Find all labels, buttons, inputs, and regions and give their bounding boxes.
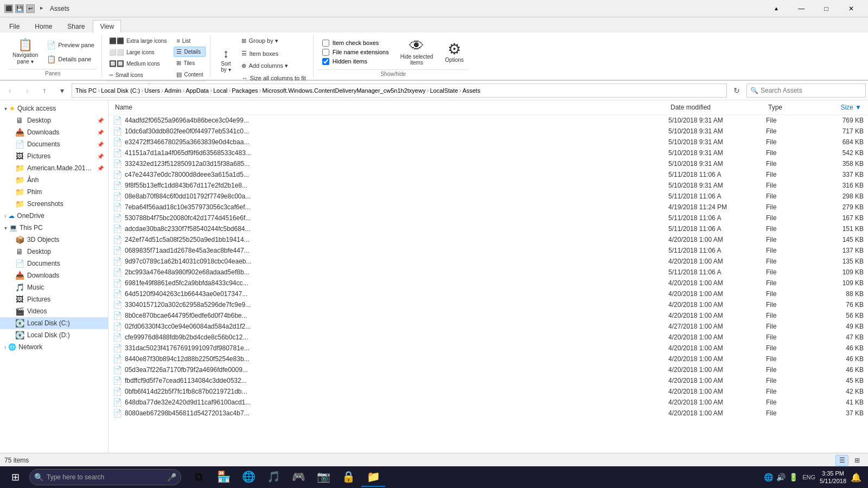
table-row[interactable]: 📄 adcdae30ba8c2330f7f58540244fc5bd684...… <box>108 223 868 234</box>
sort-by-btn[interactable]: ↕ Sortby ▾ <box>215 44 237 75</box>
network-header[interactable]: › 🌐 Network <box>0 341 108 353</box>
large-icons-toggle[interactable]: ⊞ <box>851 455 864 466</box>
table-row[interactable]: 📄 10dc6af30ddb802fee0f0f44977eb5341c0...… <box>108 126 868 137</box>
table-row[interactable]: 📄 fbdffcf9d5f7e7cead61134084c3dde0532...… <box>108 375 868 386</box>
sidebar-item-screenshots[interactable]: 📁 Screenshots <box>0 198 108 210</box>
medium-icons-btn[interactable]: 🔲🔲 Medium icons <box>106 59 169 69</box>
col-size-header[interactable]: Size ▼ <box>809 102 864 112</box>
tiles-btn[interactable]: ⊞ Tiles <box>174 58 206 68</box>
table-row[interactable]: 📄 41151a7d1a1a4f065df9f6d63568533c483...… <box>108 147 868 158</box>
table-row[interactable]: 📄 05d3ea7f226a7170fb79f2a4696fdfe0009...… <box>108 364 868 375</box>
file-name-ext-input[interactable] <box>322 49 329 56</box>
group-by-btn[interactable]: ⊞ Group by ▾ <box>239 36 308 46</box>
col-type-header[interactable]: Type <box>766 102 809 112</box>
size-columns-btn[interactable]: ↔ Size all columns to fit <box>239 73 308 83</box>
address-bar[interactable]: This PC › Local Disk (C:) › Users › Admi… <box>72 84 727 98</box>
refresh-btn[interactable]: ↻ <box>729 83 744 98</box>
preview-pane-btn[interactable]: 📄 Preview pane <box>44 39 97 51</box>
table-row[interactable]: 📄 08e8ab70f884c6f0dd101792f7749e8c00a...… <box>108 191 868 202</box>
address-ms[interactable]: Microsoft.Windows.ContentDeliveryManager… <box>263 87 426 94</box>
table-row[interactable]: 📄 6981fe49f8861ed5fc2a9bbfda8433c94cc...… <box>108 278 868 288</box>
table-row[interactable]: 📄 8440e87f30b894c12d88b2250f5254e83b... … <box>108 354 868 364</box>
table-row[interactable]: 📄 9f8f55b13effc1dd843b67d117e2fd2b1e8...… <box>108 180 868 191</box>
titlebar-icon-3[interactable]: ↩ <box>26 4 35 13</box>
titlebar-icon-2[interactable]: 💾 <box>15 4 24 13</box>
table-row[interactable]: 📄 44adfd2f06525a9696a4b86bece3c04e99... … <box>108 115 868 126</box>
address-packages[interactable]: Packages <box>232 87 258 94</box>
sidebar-item-local-d[interactable]: 💽 Local Disk (D:) <box>0 329 108 341</box>
taskbar-battery-icon[interactable]: 🔋 <box>789 473 798 481</box>
table-row[interactable]: 📄 0bfb6f414d22b5f7fc1fb8c87b0219721db...… <box>108 386 868 397</box>
taskbar-app-store[interactable]: 🏪 <box>212 467 235 487</box>
hidden-items-label[interactable]: Hidden items <box>322 58 389 65</box>
titlebar-icon-1[interactable]: ⬛ <box>4 4 13 13</box>
address-appdata[interactable]: AppData <box>186 87 209 94</box>
table-row[interactable]: 📄 0689835f71aad1d2678e45a3eac8bfe447... … <box>108 245 868 256</box>
item-boxes-btn[interactable]: ☰ Item boxes <box>239 48 308 59</box>
address-users[interactable]: Users <box>144 87 160 94</box>
tab-home[interactable]: Home <box>28 20 59 33</box>
start-btn[interactable]: ⊞ <box>2 467 28 487</box>
table-row[interactable]: 📄 02fd06330f43cc0e94e06084ad584a2d1f2...… <box>108 321 868 332</box>
ribbon-expand-btn[interactable]: ▲ <box>764 0 789 17</box>
minimize-btn[interactable]: — <box>789 0 814 17</box>
hidden-items-input[interactable] <box>322 58 329 65</box>
recent-btn[interactable]: ▾ <box>54 83 69 98</box>
search-bar[interactable]: 🔍 <box>746 84 866 98</box>
table-row[interactable]: 📄 cfe99976d8488fdb9b2bd4cde8c56b0c12... … <box>108 332 868 343</box>
add-columns-btn[interactable]: ⊕ Add columns ▾ <box>239 61 308 71</box>
address-c[interactable]: Local Disk (C:) <box>101 87 140 94</box>
taskbar-app-vpn[interactable]: 🔒 <box>336 467 360 487</box>
details-pane-btn[interactable]: 📋 Details pane <box>44 53 97 65</box>
tab-view[interactable]: View <box>93 20 121 33</box>
maximize-btn[interactable]: □ <box>814 0 839 17</box>
back-btn[interactable]: ‹ <box>2 83 17 98</box>
up-btn[interactable]: ↑ <box>37 83 52 98</box>
sidebar-item-pictures2[interactable]: 🖼 Pictures <box>0 293 108 305</box>
large-icons-btn[interactable]: ⬜⬜ Large icons <box>106 47 169 57</box>
sidebar-item-desktop2[interactable]: 🖥 Desktop <box>0 246 108 258</box>
options-btn[interactable]: ⚙ Options <box>440 39 468 66</box>
this-pc-header[interactable]: ▾ 💻 This PC <box>0 222 108 234</box>
table-row[interactable]: 📄 33040157120a302c62958a5296de7fc9e9... … <box>108 299 868 310</box>
taskbar-app-explorer[interactable]: 📁 <box>361 467 385 487</box>
tab-file[interactable]: File <box>2 20 27 33</box>
quick-access-header[interactable]: ▾ ★ Quick access <box>0 102 108 114</box>
forward-btn[interactable]: › <box>20 83 35 98</box>
item-check-boxes-label[interactable]: Item check boxes <box>322 40 389 47</box>
taskbar-search[interactable]: 🔍 Type here to search 🎤 <box>29 469 181 485</box>
table-row[interactable]: 📄 242ef74d51c5a08f25b250a9ed1bb19414... … <box>108 234 868 245</box>
taskbar-network-icon[interactable]: 🌐 <box>764 473 773 481</box>
table-row[interactable]: 📄 8b0ce870bcae644795f0edfe6d0f74b6be... … <box>108 310 868 321</box>
table-row[interactable]: 📄 e32472ff3466780295a3663839e0d4cbaa... … <box>108 137 868 147</box>
sidebar-item-downloads[interactable]: 📥 Downloads 📌 <box>0 126 108 138</box>
col-name-header[interactable]: Name <box>113 102 668 112</box>
address-assets[interactable]: Assets <box>462 87 480 94</box>
list-btn[interactable]: ≡ List <box>174 36 206 46</box>
table-row[interactable]: 📄 332432ed123f512850912a03d15f38a685... … <box>108 158 868 169</box>
extra-large-btn[interactable]: ⬛⬛ Extra large icons <box>106 36 169 46</box>
taskbar-app-spotify[interactable]: 🎵 <box>261 467 285 487</box>
sidebar-item-documents2[interactable]: 📄 Documents <box>0 258 108 269</box>
address-localstate[interactable]: LocalState <box>430 87 458 94</box>
item-check-boxes-input[interactable] <box>322 40 329 47</box>
details-btn[interactable]: ☰ Details <box>174 47 206 57</box>
search-input[interactable] <box>761 87 862 94</box>
sidebar-item-desktop[interactable]: 🖥 Desktop 📌 <box>0 114 108 126</box>
table-row[interactable]: 📄 7eba64f56aad18c10e357973056c3caf6ef...… <box>108 202 868 213</box>
sidebar-item-local-c[interactable]: 💽 Local Disk (C:) <box>0 317 108 329</box>
content-btn[interactable]: ▤ Content <box>174 69 206 80</box>
table-row[interactable]: 📄 2bc993a476e48a980f902e68adaad5ef8b... … <box>108 267 868 278</box>
address-local[interactable]: Local <box>213 87 227 94</box>
taskbar-app-photos[interactable]: 📷 <box>311 467 335 487</box>
file-name-ext-label[interactable]: File name extensions <box>322 49 389 56</box>
navigation-pane-btn[interactable]: 📋 Navigationpane ▾ <box>9 37 42 67</box>
table-row[interactable]: 📄 331dac5023f41767691991097df980781e... … <box>108 343 868 354</box>
taskbar-app-taskview[interactable]: ⧉ <box>187 467 210 487</box>
sidebar-item-phim[interactable]: 📁 Phim <box>0 186 108 198</box>
details-view-toggle[interactable]: ☰ <box>835 455 848 466</box>
sidebar-item-music[interactable]: 🎵 Music <box>0 281 108 293</box>
address-pc[interactable]: This PC <box>75 87 97 94</box>
sidebar-item-documents[interactable]: 📄 Documents 📌 <box>0 138 108 150</box>
table-row[interactable]: 📄 648dba77de32e2420d9d11caf96100acd1... … <box>108 397 868 408</box>
